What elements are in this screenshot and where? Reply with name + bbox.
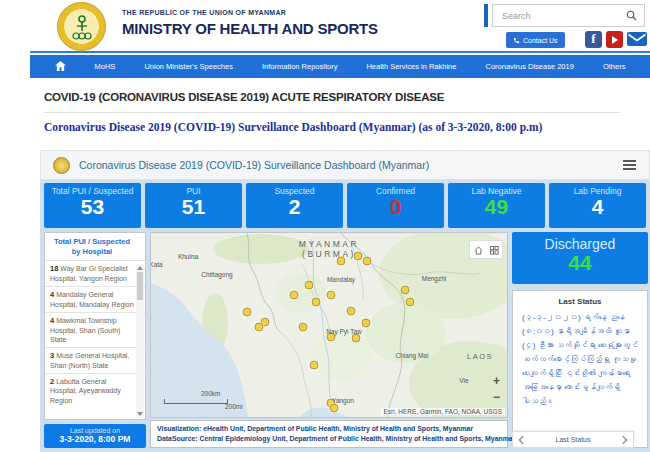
map-place-label: MYANMAR	[299, 239, 359, 249]
case-marker-icon[interactable]	[290, 291, 299, 300]
hospital-count: 4	[50, 316, 54, 325]
search-icon[interactable]	[626, 7, 637, 25]
last-updated-datetime: 3-3-2020, 8:00 PM	[44, 434, 146, 444]
pager-next-icon[interactable]	[619, 435, 627, 443]
main-navbar: MoHS Union Minister's Speeches Informati…	[30, 55, 650, 78]
map-place-label: Kata	[150, 261, 163, 268]
scroll-up-icon[interactable]	[137, 266, 143, 270]
case-marker-icon[interactable]	[312, 298, 321, 307]
page-subtitle: Coronavirus Disease 2019 (COVID-19) Surv…	[44, 121, 542, 133]
ministry-title: MINISTRY OF HEALTH AND SPORTS	[122, 20, 378, 37]
last-status-panel: Last Status (၃-၃-၂၀၂၀) ရက်နေ့ ညနေ (၈:၀၀)…	[512, 290, 648, 448]
zoom-in-button[interactable]	[493, 376, 500, 386]
hospital-list-item[interactable]: 3 Muse General Hospital, Shan (North) St…	[45, 347, 145, 373]
title-divider	[44, 112, 620, 113]
stat-value: 4	[549, 196, 646, 218]
map[interactable]: MYANMAR(BURMA)KhulnaKataChittagongMandal…	[150, 232, 508, 418]
nav-mohs[interactable]: MoHS	[95, 62, 116, 71]
dashboard-title: Coronavirus Disease 2019 (COVID-19) Surv…	[79, 159, 429, 171]
site-header: THE REPUBLIC OF THE UNION OF MYANMAR MIN…	[0, 0, 650, 51]
pager-prev-icon[interactable]	[519, 435, 527, 443]
case-marker-icon[interactable]	[362, 319, 371, 328]
map-place-label: Chiang Mai	[396, 352, 429, 359]
pager-label: Last Status	[555, 436, 590, 443]
case-marker-icon[interactable]	[352, 334, 361, 343]
country-title: THE REPUBLIC OF THE UNION OF MYANMAR	[122, 9, 286, 16]
last-updated-prefix: Last updated on	[44, 427, 146, 434]
hospital-count: 18	[50, 264, 58, 273]
facebook-icon[interactable]	[585, 31, 602, 48]
hospital-list-item[interactable]: 4 Mawkmai Township Hospital, Shan (South…	[45, 312, 145, 347]
home-icon	[55, 61, 66, 71]
hospital-name: Mandalay General Hospital, Mandalay Regi…	[50, 291, 134, 308]
stat-card-suspected[interactable]: Suspected 2	[246, 183, 343, 228]
contact-us-button[interactable]: Contact Us	[506, 32, 565, 48]
case-marker-icon[interactable]	[305, 281, 314, 290]
nav-others[interactable]: Others	[603, 62, 626, 71]
default-extent-icon[interactable]	[474, 241, 483, 259]
case-marker-icon[interactable]	[406, 298, 415, 307]
map-place-label: (BURMA)	[302, 249, 356, 259]
map-attribution: Esri, HERE, Garmin, FAO, NOAA, USGS	[381, 408, 505, 415]
hospital-list-panel: Total PUI / Suspected by Hospital 18 Way…	[44, 232, 146, 420]
stat-card-confirmed[interactable]: Confirmed 0	[347, 183, 444, 228]
discharged-value: 44	[512, 252, 648, 274]
hospital-list-item[interactable]: 4 Mandalay General Hospital, Mandalay Re…	[45, 286, 145, 312]
case-marker-icon[interactable]	[310, 361, 319, 370]
map-place-label: LAOS	[467, 352, 493, 361]
stat-card-discharged[interactable]: Discharged 44	[512, 232, 648, 284]
email-icon[interactable]	[627, 32, 647, 50]
map-place-label: Nay Pyi Taw	[326, 328, 362, 335]
hospital-name: Mawkmai Township Hospital, Shan (South) …	[50, 317, 120, 343]
search-box[interactable]	[492, 4, 645, 27]
map-controls[interactable]	[469, 240, 503, 259]
last-status-pager: Last Status	[512, 431, 634, 448]
menu-icon[interactable]	[623, 160, 636, 170]
scroll-down-icon[interactable]	[137, 412, 143, 416]
youtube-icon[interactable]	[606, 31, 623, 48]
last-updated-badge: Last updated on 3-3-2020, 8:00 PM	[44, 424, 146, 448]
credits-datasource: DataSource: Central Epidemiology Unit, D…	[157, 434, 501, 444]
map-place-label: Khulna	[178, 253, 198, 260]
case-marker-icon[interactable]	[401, 286, 410, 295]
case-marker-icon[interactable]	[327, 291, 336, 300]
zoom-out-button[interactable]	[493, 392, 500, 402]
case-marker-icon[interactable]	[299, 323, 308, 332]
case-marker-icon[interactable]	[363, 257, 372, 266]
nav-coronavirus-disease-2019[interactable]: Coronavirus Disease 2019	[485, 62, 573, 71]
case-marker-icon[interactable]	[330, 404, 339, 413]
stats-row: Total PUI / Suspected 53 PUI 51 Suspecte…	[44, 183, 646, 228]
map-place-label: Mengzhi	[422, 275, 447, 282]
hospital-count: 3	[50, 351, 54, 360]
stat-card-lab-pending[interactable]: Lab Pending 4	[549, 183, 646, 228]
stat-card-lab-negative[interactable]: Lab Negative 49	[448, 183, 545, 228]
case-marker-icon[interactable]	[255, 323, 264, 332]
case-marker-icon[interactable]	[347, 307, 356, 316]
hospital-list-item[interactable]: 2 Labutta General Hospital, Ayeyarwaddy …	[45, 373, 145, 408]
mohs-logo-icon	[57, 2, 106, 51]
nav-information-repository[interactable]: Information Repository	[262, 62, 337, 71]
contact-us-label: Contact Us	[523, 37, 558, 44]
scrollbar-thumb[interactable]	[137, 272, 143, 300]
search-input[interactable]	[500, 10, 614, 22]
map-place-label: Mandalay	[327, 276, 355, 283]
stat-card-pui[interactable]: PUI 51	[145, 183, 242, 228]
list-scrollbar[interactable]	[136, 264, 144, 418]
stat-value: 51	[145, 196, 242, 218]
hospital-count: 4	[50, 290, 54, 299]
hospital-list-title: Total PUI / Suspected by Hospital	[45, 233, 145, 260]
basemap-grid-icon[interactable]	[490, 241, 499, 259]
nav-union-minister-speeches[interactable]: Union Minister's Speeches	[144, 62, 233, 71]
page-title: COVID-19 (CORONAVIRUS DISEASE 2019) ACUT…	[44, 91, 444, 103]
hospital-count: 2	[50, 377, 54, 386]
stat-card-total-pui-suspected[interactable]: Total PUI / Suspected 53	[44, 183, 141, 228]
stat-value: 0	[347, 196, 444, 218]
discharged-label: Discharged	[512, 236, 648, 252]
case-marker-icon[interactable]	[243, 308, 252, 317]
map-place-label: Chittagong	[201, 271, 232, 278]
nav-home[interactable]	[55, 61, 66, 73]
search-accent-bar	[484, 4, 488, 27]
nav-health-services-rakhine[interactable]: Health Services in Rakhine	[366, 62, 456, 71]
stat-value: 49	[448, 196, 545, 218]
hospital-list-item[interactable]: 18 Way Bar Gi Specialist Hospital, Yango…	[45, 260, 145, 286]
